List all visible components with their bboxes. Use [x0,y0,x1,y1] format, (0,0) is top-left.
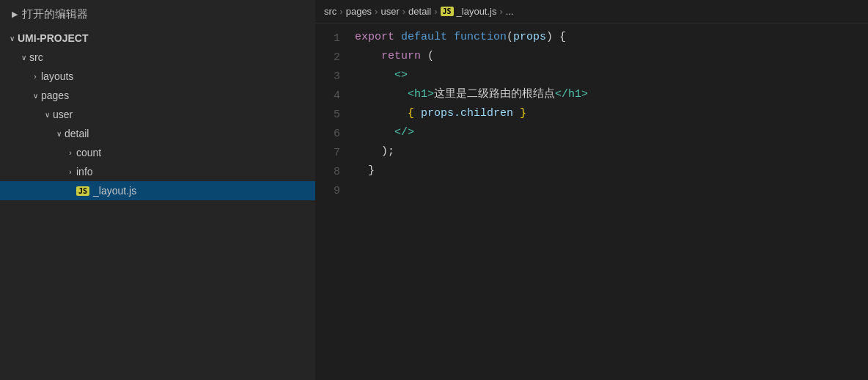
layout-js-label: _layout.js [93,185,136,197]
tree-item-pages[interactable]: ∨ pages [0,86,315,105]
user-chevron-icon: ∨ [41,111,53,119]
info-chevron-icon: › [65,168,76,176]
code-line-8: } [355,161,868,180]
token-brace-close: } [513,105,526,123]
project-chevron-icon: ∨ [6,34,18,43]
breadcrumb-src: src [324,6,336,17]
code-line-5: { props.children } [355,104,868,123]
token-return-paren: ( [427,48,434,65]
sidebar: ▶ 打开的编辑器 ∨ UMI-PROJECT ∨ src › layouts ∨… [0,0,315,380]
breadcrumb-pages: pages [346,6,372,17]
breadcrumb-sep-3: › [402,6,405,17]
pages-label: pages [41,89,69,101]
token-h1-text: 这里是二级路由的根结点 [434,86,555,103]
breadcrumb-sep-1: › [339,6,342,17]
js-file-badge: JS [76,186,89,196]
line-num-7: 7 [315,144,340,163]
tree-item-info[interactable]: › info [0,162,315,181]
code-line-9 [355,180,868,200]
breadcrumb-layout-js: _layout.js [457,6,497,17]
code-content[interactable]: export default function(props) { return … [352,28,868,380]
project-name: UMI-PROJECT [18,32,88,44]
src-label: src [29,51,43,63]
count-label: count [76,147,101,158]
layouts-label: layouts [41,70,73,82]
token-function: function [454,29,507,46]
src-chevron-icon: ∨ [18,54,29,62]
file-tree: ∨ UMI-PROJECT ∨ src › layouts ∨ pages ∨ … [0,29,315,380]
detail-chevron-icon: ∨ [53,130,65,138]
line-num-4: 4 [315,87,340,106]
pages-chevron-icon: ∨ [29,92,41,100]
line-num-8: 8 [315,163,340,182]
breadcrumb-sep-2: › [375,6,378,17]
token-fragment-open: <> [355,67,408,84]
breadcrumb: src › pages › user › detail › JS _layout… [315,0,868,23]
breadcrumb-js-badge: JS [441,7,454,16]
code-line-7: ); [355,142,868,161]
token-h1-open: <h1> [355,86,434,103]
info-label: info [76,166,93,178]
line-num-9: 9 [315,182,340,201]
tree-item-count[interactable]: › count [0,143,315,162]
token-paren-open: ( [507,29,513,46]
code-line-6: </> [355,123,868,142]
tree-item-src[interactable]: ∨ src [0,48,315,67]
count-chevron-icon: › [65,149,76,157]
line-num-6: 6 [315,125,340,144]
open-editors-header[interactable]: ▶ 打开的编辑器 [0,0,315,29]
tree-item-layout-js[interactable]: › JS _layout.js [0,181,315,200]
line-num-3: 3 [315,67,340,87]
token-default: default [401,29,454,46]
token-h1-close: </h1> [555,86,588,103]
line-num-5: 5 [315,106,340,125]
detail-label: detail [65,128,89,139]
breadcrumb-ellipsis: ... [506,6,514,17]
tree-item-detail[interactable]: ∨ detail [0,124,315,143]
token-return: return [355,48,427,65]
token-empty [355,181,361,199]
line-num-2: 2 [315,48,340,67]
token-fragment-close: </> [355,124,414,142]
token-export: export [355,29,401,46]
token-closing-brace: } [355,162,375,180]
code-line-4: <h1>这里是二级路由的根结点</h1> [355,85,868,104]
token-props: props [513,29,546,46]
breadcrumb-sep-5: › [499,6,502,17]
token-props-children: props.children [421,105,513,123]
breadcrumb-sep-4: › [434,6,437,17]
tree-item-layouts[interactable]: › layouts [0,67,315,86]
code-line-2: return ( [355,47,868,66]
line-num-1: 1 [315,29,340,48]
line-numbers: 1 2 3 4 5 6 7 8 9 [315,28,352,380]
open-editors-label: 打开的编辑器 [22,7,88,21]
code-line-1: export default function(props) { [355,28,868,47]
code-line-3: <> [355,66,868,85]
breadcrumb-detail: detail [408,6,431,17]
token-closing-paren: ); [355,143,394,161]
token-paren-close: ) { [546,29,566,46]
token-brace-open: { [355,105,421,123]
breadcrumb-user: user [380,6,399,17]
editor-panel: src › pages › user › detail › JS _layout… [315,0,868,380]
user-label: user [53,109,73,120]
open-editors-chevron-icon: ▶ [12,10,18,19]
layouts-chevron-icon: › [29,73,41,81]
tree-item-user[interactable]: ∨ user [0,105,315,124]
project-root[interactable]: ∨ UMI-PROJECT [0,29,315,48]
code-area: 1 2 3 4 5 6 7 8 9 export default functio… [315,23,868,380]
